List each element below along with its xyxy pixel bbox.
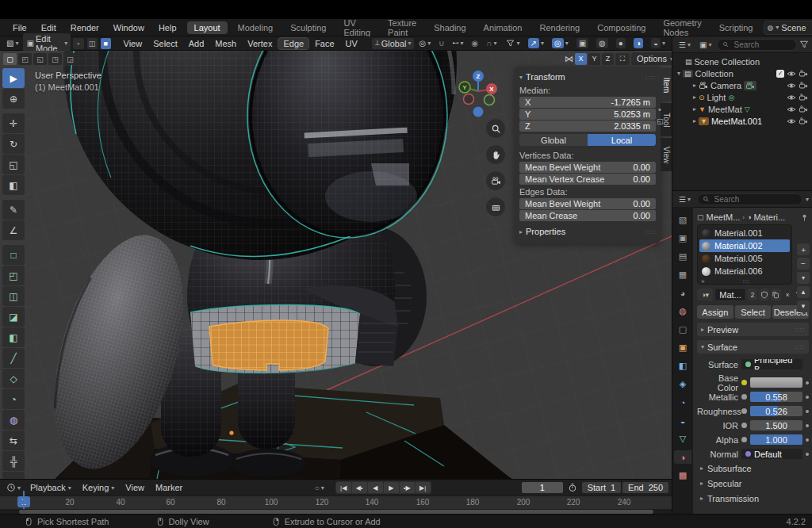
tab-world[interactable]: ◍ <box>674 304 691 318</box>
transform-panel-header[interactable]: ▾ Transform :::: <box>519 70 656 84</box>
light-data-icon[interactable]: ◎ <box>728 94 734 101</box>
animate-dot-icon[interactable] <box>806 410 809 413</box>
navigation-gizmo[interactable]: Z X Y <box>457 68 501 117</box>
tab-output[interactable]: ▤ <box>674 250 691 263</box>
outliner-editor-type-button[interactable]: ☰▾ <box>676 40 694 50</box>
viewport-menu-view[interactable]: View <box>119 38 147 49</box>
tool-poly-build[interactable]: ◇ <box>2 369 25 388</box>
metallic-slider[interactable]: 0.558 <box>750 392 802 402</box>
viewport-menu-vertex[interactable]: Vertex <box>243 38 277 49</box>
median-y-field[interactable]: Y 5.0253 m <box>519 109 656 120</box>
render-restrict-icon[interactable] <box>799 105 808 114</box>
tool-add-cube[interactable]: □ <box>2 245 25 265</box>
previous-keyframe-button[interactable]: ◀• <box>352 482 367 493</box>
auto-keyframe-toggle[interactable]: ○▾ <box>312 483 327 493</box>
surface-panel-header[interactable]: ▾ Surface :::: <box>697 340 809 354</box>
sidebar-tab-view[interactable]: View <box>661 138 672 171</box>
mirror-x-button[interactable]: X <box>575 53 587 65</box>
workspace-tab-shading[interactable]: Shading <box>427 21 473 34</box>
render-restrict-icon[interactable] <box>799 93 808 102</box>
camera-view-icon[interactable] <box>486 171 505 190</box>
outliner-row-scene-collection[interactable]: ▤ Scene Collection <box>674 55 810 67</box>
outliner-row-meetmat[interactable]: • ▸ ▼ MeetMat ▽ <box>674 103 810 115</box>
mirror-y-button[interactable]: Y <box>588 53 600 65</box>
tab-view-layer[interactable]: ▦ <box>674 268 691 281</box>
disclosure-collapsed-icon[interactable]: ▸ <box>693 105 696 113</box>
workspace-tab-compositing[interactable]: Compositing <box>590 21 653 34</box>
mean-bevel-weight-edges-field[interactable]: Mean Bevel Weight 0.00 <box>519 198 656 209</box>
input-socket-icon[interactable] <box>741 394 747 400</box>
mesh-data-icon[interactable]: ▽ <box>745 105 750 113</box>
tool-annotate[interactable]: ✎ <box>2 200 25 220</box>
shading-wireframe-button[interactable]: ◍ <box>593 37 611 49</box>
overlays-dropdown[interactable]: ◎▾ <box>549 37 572 49</box>
roughness-slider[interactable]: 0.526 <box>750 406 802 416</box>
material-slot-selected[interactable]: Material.002 <box>699 239 790 252</box>
normal-dropdown[interactable]: Default <box>741 449 802 459</box>
tab-material[interactable]: ◑ <box>674 450 691 464</box>
tool-shear[interactable]: ▱ <box>2 472 25 479</box>
viewport-menu-uv[interactable]: UV <box>341 38 362 49</box>
tab-object[interactable]: ▣ <box>674 341 691 354</box>
mean-vertex-crease-field[interactable]: Mean Vertex Crease 0.00 <box>519 174 656 185</box>
breadcrumb-object[interactable]: MeetM... <box>707 212 741 222</box>
subsurface-panel-header[interactable]: ▸Subsurface <box>697 461 809 475</box>
tool-cursor[interactable]: ⊕ <box>2 89 25 109</box>
animate-dot-icon[interactable] <box>806 438 809 442</box>
input-socket-icon[interactable] <box>741 437 747 442</box>
sidebar-tab-item[interactable]: Item <box>661 68 672 101</box>
mean-crease-field[interactable]: Mean Crease 0.00 <box>519 210 656 221</box>
options-dropdown[interactable]: Options▾ <box>631 52 672 65</box>
mirror-z-button[interactable]: Z <box>602 53 614 65</box>
tab-tool[interactable]: ▧ <box>674 213 691 227</box>
timeline-menu-keying[interactable]: Keying▾ <box>78 482 120 493</box>
slot-specials-dropdown[interactable]: ▾ <box>797 272 810 284</box>
material-slot[interactable]: Material.005 <box>699 252 790 265</box>
tab-texture[interactable]: ▩ <box>674 469 691 482</box>
proportional-editing-toggle[interactable]: ◉ <box>469 38 482 48</box>
pan-hand-icon[interactable] <box>486 145 505 164</box>
list-expand-icon[interactable]: ▸ <box>702 277 705 285</box>
users-count-button[interactable]: 2 <box>748 289 758 300</box>
collection-checkbox[interactable]: ✓ <box>776 70 784 78</box>
tool-rotate[interactable]: ↻ <box>2 134 25 154</box>
surface-shader-dropdown[interactable]: Principled B... <box>741 359 802 369</box>
tab-collection[interactable]: ▢ <box>674 323 691 336</box>
zoom-icon[interactable] <box>486 119 505 138</box>
tab-physics[interactable]: ◔ <box>674 396 691 409</box>
outliner-row-light[interactable]: ▸ ⊙ Light ◎ <box>674 91 810 103</box>
end-frame-field[interactable]: End250 <box>622 482 668 493</box>
workspace-tab-layout[interactable]: Layout <box>187 21 228 34</box>
perspective-toggle-icon[interactable] <box>486 197 505 216</box>
workspace-tab-rendering[interactable]: Rendering <box>532 21 587 34</box>
animate-dot-icon[interactable] <box>806 396 809 399</box>
object-visibility-dropdown[interactable]: ▾ <box>503 38 523 48</box>
select-invert-button[interactable]: ◳ <box>48 53 62 65</box>
disclosure-expanded-icon[interactable]: ▾ <box>677 70 680 77</box>
workspace-tab-sculpting[interactable]: Sculpting <box>283 21 333 34</box>
hide-eye-icon[interactable] <box>787 117 796 126</box>
input-socket-icon[interactable] <box>741 380 747 385</box>
copy-material-icon[interactable] <box>771 289 781 300</box>
material-slot[interactable]: Material.001 <box>699 227 790 239</box>
hide-eye-icon[interactable] <box>787 69 796 78</box>
viewport-3d[interactable]: ▢ ◰ ◱ ◳ ◲ User Perspective (1) MeetMat.0… <box>0 51 672 479</box>
properties-search-input[interactable] <box>713 194 797 205</box>
unlink-icon[interactable]: × <box>783 289 793 300</box>
base-color-swatch[interactable] <box>750 377 802 388</box>
median-x-field[interactable]: X -1.7265 m <box>519 97 656 108</box>
outliner-row-camera[interactable]: ▸ Camera <box>674 79 810 91</box>
input-socket-icon[interactable] <box>741 408 747 414</box>
shading-material-preview-button[interactable]: ◑ <box>630 37 646 49</box>
panel-grip-icon[interactable]: :::: <box>645 74 656 81</box>
menu-file[interactable]: File <box>6 21 33 34</box>
animate-dot-icon[interactable] <box>806 381 809 385</box>
tool-edge-slide[interactable]: ⇆ <box>2 430 25 450</box>
select-subtract-button[interactable]: ◱ <box>33 53 47 65</box>
animate-dot-icon[interactable] <box>806 424 809 427</box>
material-browse-dropdown[interactable]: ◑▾ <box>697 289 713 300</box>
breadcrumb-material[interactable]: Materi... <box>753 212 785 222</box>
viewport-menu-face[interactable]: Face <box>310 38 339 49</box>
panel-grip-icon[interactable]: :::: <box>795 326 805 333</box>
gizmo-x-neg-axis[interactable] <box>464 94 474 105</box>
